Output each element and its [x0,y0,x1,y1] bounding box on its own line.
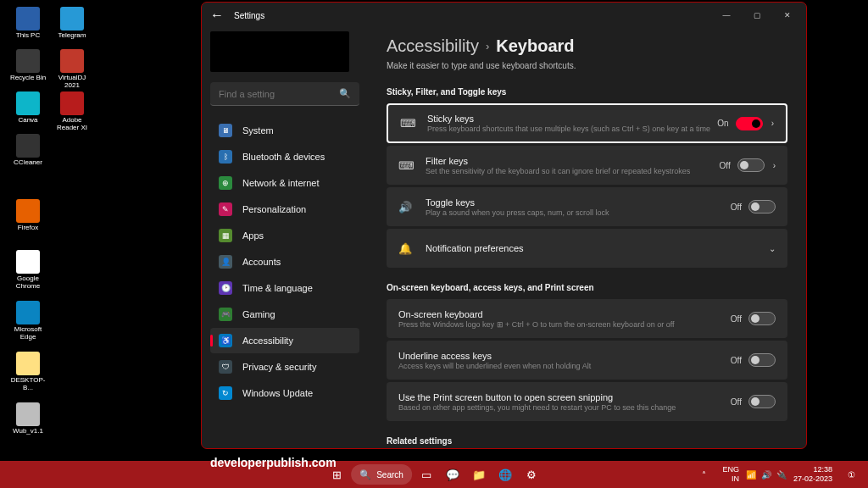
row-title: Filter keys [426,156,720,166]
settings-button[interactable]: ⚙ [520,463,543,486]
toggle-state: Off [731,356,742,365]
row-title: Underline access keys [398,351,731,361]
window-title: Settings [234,11,264,20]
search-box[interactable]: 🔍 [210,82,359,106]
nav-label: Bluetooth & devices [242,152,325,162]
search-icon: 🔍 [339,88,351,99]
desktop-icon[interactable]: DESKTOP-B... [8,352,47,392]
sidebar: 🔍 🖥SystemᛒBluetooth & devices⊕Network & … [202,28,368,448]
chevron-right-icon: › [486,40,489,53]
battery-icon: 🔌 [776,470,787,480]
sidebar-item-apps[interactable]: ▦Apps [210,223,359,248]
main-panel: Accessibility › Keyboard Make it easier … [368,28,806,448]
row-icon: 🔔 [398,242,414,255]
nav-label: Accessibility [242,336,293,346]
sidebar-item-accounts[interactable]: 👤Accounts [210,249,359,274]
nav-label: Network & internet [242,178,319,188]
desktop-icon[interactable]: Canva [8,92,47,125]
nav-icon: 🕑 [219,281,232,295]
back-button[interactable]: ← [205,3,229,27]
settings-window: ← Settings — ▢ ✕ 🔍 🖥SystemᛒBluetooth & d… [201,2,807,449]
nav-label: Windows Update [242,388,313,398]
sidebar-item-network-internet[interactable]: ⊕Network & internet [210,170,359,196]
row-title: Sticky keys [427,114,717,124]
section-title-1: Sticky, Filter, and Toggle keys [387,87,787,97]
toggle-switch[interactable] [736,117,763,130]
row-icon: ⌨ [398,159,414,172]
taskbar-search-label: Search [376,470,403,480]
sidebar-item-time-language[interactable]: 🕑Time & language [210,275,359,301]
volume-icon: 🔊 [761,470,771,480]
desktop-icon[interactable]: CCleaner [8,134,47,167]
sidebar-item-bluetooth-devices[interactable]: ᛒBluetooth & devices [210,144,359,169]
task-view-button[interactable]: ▭ [415,463,438,486]
section-title-2: On-screen keyboard, access keys, and Pri… [387,283,787,292]
nav-icon: ↻ [219,386,232,400]
toggle-switch[interactable] [748,395,776,408]
toggle-switch[interactable] [748,353,776,367]
sidebar-item-privacy-security[interactable]: 🛡Privacy & security [210,354,359,380]
nav-label: System [242,125,274,136]
setting-row-sticky-keys[interactable]: ⌨Sticky keysPress keyboard shortcuts tha… [387,103,787,143]
desktop-icon[interactable]: Adobe Reader XI [53,92,92,132]
watermark: developerpublish.com [210,456,337,469]
row-icon: ⌨ [400,117,415,130]
wifi-icon: 📶 [746,470,756,480]
row-icon: 🔊 [398,201,414,214]
toggle-switch[interactable] [748,312,776,325]
desktop-icon[interactable]: Wub_v1.1 [8,402,47,435]
tray-chevron-up-icon[interactable]: ˄ [692,463,715,486]
desktop-icon[interactable]: Recycle Bin [8,49,47,82]
toggle-state: Off [720,161,731,170]
row-desc: Press the Windows logo key ⊞ + Ctrl + O … [398,320,731,329]
nav-icon: 🛡 [219,360,232,374]
desktop-icon[interactable]: Firefox [8,199,47,232]
desktop-icon[interactable]: Google Chrome [8,250,47,291]
toggle-switch[interactable] [737,158,765,172]
breadcrumb: Accessibility › Keyboard [387,36,787,56]
nav-icon: 👤 [219,255,232,269]
toggle-switch[interactable] [748,200,776,214]
close-button[interactable]: ✕ [772,3,803,27]
sidebar-item-personalization[interactable]: ✎Personalization [210,197,359,222]
sidebar-item-system[interactable]: 🖥System [210,118,359,143]
system-tray[interactable]: 📶 🔊 🔌 [746,470,787,480]
minimize-button[interactable]: — [711,3,742,27]
desktop-icon[interactable]: VirtualDJ 2021 [53,49,92,90]
setting-row-use-the-print-screen-button-to-open-screen-snipping[interactable]: Use the Print screen button to open scre… [387,382,787,421]
setting-row-underline-access-keys[interactable]: Underline access keysAccess keys will be… [387,341,787,380]
setting-row-toggle-keys[interactable]: 🔊Toggle keysPlay a sound when you press … [387,187,787,226]
setting-row-notification-preferences[interactable]: 🔔Notification preferences⌄ [387,229,787,268]
chevron-right-icon: › [773,161,776,170]
notification-button[interactable]: ① [839,463,863,486]
file-explorer-button[interactable]: 📁 [467,463,491,486]
page-subtitle: Make it easier to type and use keyboard … [387,61,787,70]
sidebar-item-gaming[interactable]: 🎮Gaming [210,302,359,327]
row-title: Use the Print screen button to open scre… [398,392,731,402]
row-desc: Access keys will be underlined even when… [398,362,731,370]
maximize-button[interactable]: ▢ [742,3,772,27]
language-indicator[interactable]: ENG IN [722,465,739,484]
row-desc: Based on other app settings, you might n… [398,403,731,412]
nav-icon: ᛒ [219,150,232,164]
sidebar-item-accessibility[interactable]: ♿Accessibility [210,328,359,353]
chrome-button[interactable]: 🌐 [493,463,517,486]
chat-button[interactable]: 💬 [441,463,465,486]
desktop-icon[interactable]: Telegram [53,7,92,40]
desktop-icon[interactable]: This PC [8,7,47,40]
desktop-icon[interactable]: Microsoft Edge [8,301,47,341]
profile-area[interactable] [210,31,349,72]
sidebar-item-windows-update[interactable]: ↻Windows Update [210,380,359,406]
row-title: Notification preferences [426,243,760,253]
breadcrumb-parent[interactable]: Accessibility [387,36,479,56]
taskbar-search[interactable]: 🔍 Search [351,464,412,485]
setting-row-on-screen-keyboard[interactable]: On-screen keyboardPress the Windows logo… [387,299,787,338]
search-icon: 🔍 [359,469,371,480]
nav-icon: ♿ [219,334,232,347]
search-input[interactable] [219,89,339,99]
nav-icon: 🖥 [219,124,232,137]
toggle-state: Off [731,314,742,324]
setting-row-filter-keys[interactable]: ⌨Filter keysSet the sensitivity of the k… [387,146,787,185]
clock[interactable]: 12:38 27-02-2023 [793,465,832,484]
toggle-state: Off [731,397,742,407]
